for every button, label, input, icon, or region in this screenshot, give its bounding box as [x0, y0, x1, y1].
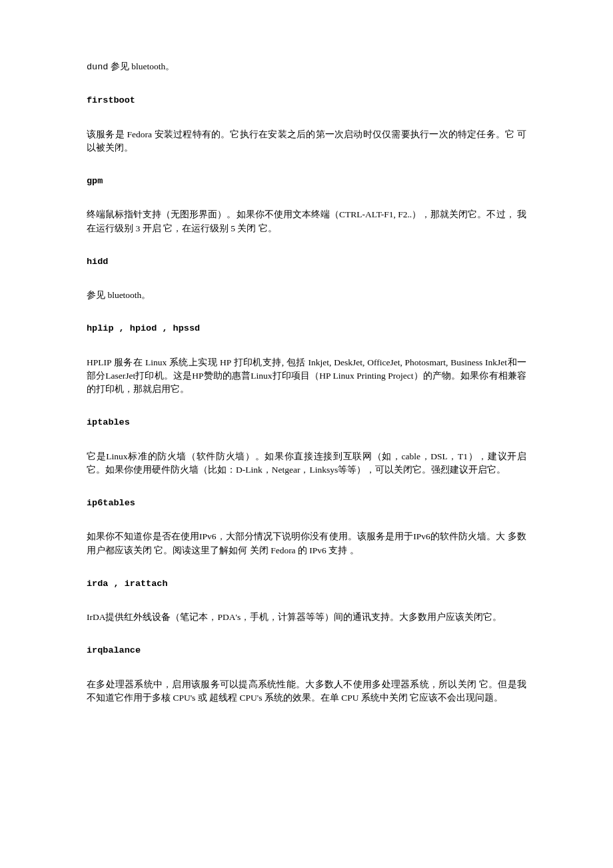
heading-text: gpm — [87, 175, 526, 188]
heading-text: hplip , hpiod , hpssd — [87, 322, 526, 335]
heading-extra: 参见 bluetooth。 — [108, 61, 175, 71]
body-text: 如果你不知道你是否在使用IPv6，大部分情况下说明你没有使用。该服务是用于IPv… — [87, 530, 526, 557]
body-text: 在多处理器系统中，启用该服务可以提高系统性能。大多数人不使用多处理器系统，所以关… — [87, 678, 526, 705]
body-text: HPLIP 服务在 Linux 系统上实现 HP 打印机支持, 包括 Inkje… — [87, 356, 526, 397]
heading-line: dund 参见 bluetooth。 — [87, 60, 526, 74]
heading-text: iptables — [87, 416, 526, 429]
section-firstboot: firstboot 该服务是 Fedora 安装过程特有的。它执行在安装之后的第… — [87, 94, 526, 155]
section-irda: irda , irattach IrDA提供红外线设备（笔记本，PDA's，手机… — [87, 577, 526, 625]
body-text: 参见 bluetooth。 — [87, 289, 526, 302]
body-text: 该服务是 Fedora 安装过程特有的。它执行在安装之后的第一次启动时仅仅需要执… — [87, 128, 526, 155]
heading-text: firstboot — [87, 94, 526, 107]
section-irqbalance: irqbalance 在多处理器系统中，启用该服务可以提高系统性能。大多数人不使… — [87, 644, 526, 705]
heading-text: ip6tables — [87, 497, 526, 510]
body-text: IrDA提供红外线设备（笔记本，PDA's，手机，计算器等等）间的通讯支持。大多… — [87, 611, 526, 624]
heading-text: dund — [87, 62, 108, 72]
section-dund: dund 参见 bluetooth。 — [87, 60, 526, 74]
heading-text: irqbalance — [87, 644, 526, 657]
heading-text: irda , irattach — [87, 577, 526, 591]
section-iptables: iptables 它是Linux标准的防火墙（软件防火墙）。如果你直接连接到互联… — [87, 416, 526, 477]
section-hplip: hplip , hpiod , hpssd HPLIP 服务在 Linux 系统… — [87, 322, 526, 396]
section-gpm: gpm 终端鼠标指针支持（无图形界面）。如果你不使用文本终端（CTRL-ALT-… — [87, 175, 526, 235]
body-text: 终端鼠标指针支持（无图形界面）。如果你不使用文本终端（CTRL-ALT-F1, … — [87, 208, 526, 235]
section-hidd: hidd 参见 bluetooth。 — [87, 255, 526, 303]
heading-text: hidd — [87, 255, 526, 269]
section-ip6tables: ip6tables 如果你不知道你是否在使用IPv6，大部分情况下说明你没有使用… — [87, 497, 526, 557]
body-text: 它是Linux标准的防火墙（软件防火墙）。如果你直接连接到互联网（如，cable… — [87, 450, 526, 477]
